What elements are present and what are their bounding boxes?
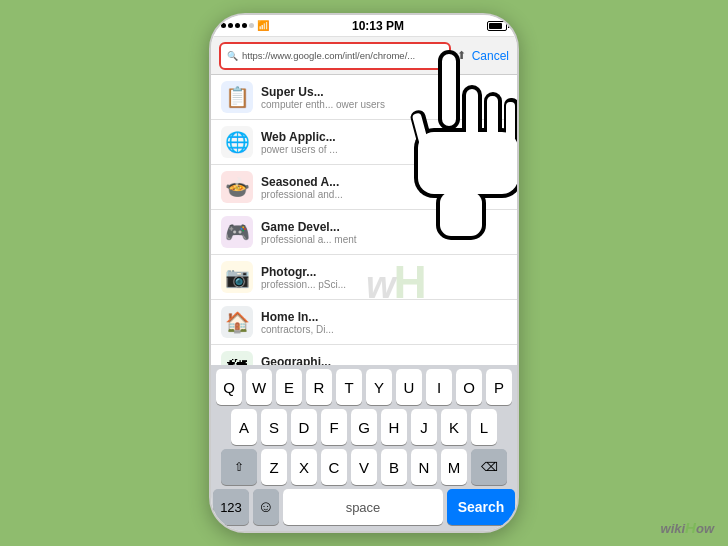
key-V[interactable]: V [351, 449, 377, 485]
key-H[interactable]: H [381, 409, 407, 445]
key-F[interactable]: F [321, 409, 347, 445]
key-X[interactable]: X [291, 449, 317, 485]
key-P[interactable]: P [486, 369, 512, 405]
num-key[interactable]: 123 [213, 489, 249, 525]
key-M[interactable]: M [441, 449, 467, 485]
signal-dots [221, 23, 254, 28]
key-B[interactable]: B [381, 449, 407, 485]
battery-fill [489, 23, 502, 29]
list-item[interactable]: 📋 Super Us... computer enth... ower user… [211, 75, 517, 120]
key-G[interactable]: G [351, 409, 377, 445]
item-text-3: Seasoned A... professional and... [261, 175, 507, 200]
wiki-text: wiki [661, 521, 686, 536]
search-button[interactable]: Search [447, 489, 515, 525]
keyboard-bottom-row: 123 ☺ space Search [213, 489, 515, 525]
key-Y[interactable]: Y [366, 369, 392, 405]
item-title-2: Web Applic... [261, 130, 507, 144]
share-icon[interactable]: ⬆ [457, 49, 466, 62]
key-A[interactable]: A [231, 409, 257, 445]
item-subtitle-3: professional and... [261, 189, 507, 200]
signal-dot-3 [235, 23, 240, 28]
item-title-6: Home In... [261, 310, 507, 324]
cancel-button[interactable]: Cancel [472, 49, 509, 63]
item-title-3: Seasoned A... [261, 175, 507, 189]
key-R[interactable]: R [306, 369, 332, 405]
list-item[interactable]: 🍲 Seasoned A... professional and... [211, 165, 517, 210]
signal-dot-1 [221, 23, 226, 28]
item-icon-5: 📷 [221, 261, 253, 293]
content-list: 📋 Super Us... computer enth... ower user… [211, 75, 517, 405]
item-icon-1: 📋 [221, 81, 253, 113]
keyboard: Q W E R T Y U I O P A S D F G H J K L ⇧ … [211, 365, 517, 531]
url-search-icon: 🔍 [227, 51, 238, 61]
keyboard-row-3: ⇧ Z X C V B N M ⌫ [213, 449, 515, 485]
list-item[interactable]: 📷 Photogr... profession... pSci... [211, 255, 517, 300]
space-key[interactable]: space [283, 489, 443, 525]
signal-dot-2 [228, 23, 233, 28]
address-bar: 🔍 https://www.google.com/intl/en/chrome/… [211, 37, 517, 75]
list-item[interactable]: 🏠 Home In... contractors, Di... [211, 300, 517, 345]
key-K[interactable]: K [441, 409, 467, 445]
url-text: https://www.google.com/intl/en/chrome/..… [242, 50, 415, 61]
key-E[interactable]: E [276, 369, 302, 405]
item-text-4: Game Devel... professional a... ment [261, 220, 507, 245]
item-text-6: Home In... contractors, Di... [261, 310, 507, 335]
battery-icon [487, 21, 507, 31]
keyboard-row-2: A S D F G H J K L [213, 409, 515, 445]
item-icon-4: 🎮 [221, 216, 253, 248]
status-time: 10:13 PM [352, 19, 404, 33]
key-U[interactable]: U [396, 369, 422, 405]
item-title-1: Super Us... [261, 85, 507, 99]
emoji-key[interactable]: ☺ [253, 489, 279, 525]
key-Q[interactable]: Q [216, 369, 242, 405]
ow-text: ow [696, 521, 714, 536]
shift-key[interactable]: ⇧ [221, 449, 257, 485]
key-J[interactable]: J [411, 409, 437, 445]
item-subtitle-2: power users of ... [261, 144, 507, 155]
status-bar: 📶 10:13 PM [211, 15, 517, 37]
list-item[interactable]: 🌐 Web Applic... power users of ... [211, 120, 517, 165]
wikihow-logo-overlay: wH [366, 255, 425, 309]
wikihow-watermark: wikiHow [661, 519, 714, 536]
key-T[interactable]: T [336, 369, 362, 405]
key-C[interactable]: C [321, 449, 347, 485]
item-icon-3: 🍲 [221, 171, 253, 203]
item-subtitle-4: professional a... ment [261, 234, 507, 245]
item-subtitle-1: computer enth... ower users [261, 99, 507, 110]
item-subtitle-6: contractors, Di... [261, 324, 507, 335]
item-icon-2: 🌐 [221, 126, 253, 158]
item-icon-6: 🏠 [221, 306, 253, 338]
key-L[interactable]: L [471, 409, 497, 445]
key-I[interactable]: I [426, 369, 452, 405]
key-O[interactable]: O [456, 369, 482, 405]
phone-container: 📶 10:13 PM 🔍 https://www.google.com/intl… [209, 13, 519, 533]
item-text-1: Super Us... computer enth... ower users [261, 85, 507, 110]
item-title-4: Game Devel... [261, 220, 507, 234]
key-D[interactable]: D [291, 409, 317, 445]
signal-dot-5 [249, 23, 254, 28]
keyboard-row-1: Q W E R T Y U I O P [213, 369, 515, 405]
signal-dot-4 [242, 23, 247, 28]
key-W[interactable]: W [246, 369, 272, 405]
how-text: H [685, 519, 696, 536]
key-S[interactable]: S [261, 409, 287, 445]
list-item[interactable]: 🎮 Game Devel... professional a... ment [211, 210, 517, 255]
key-N[interactable]: N [411, 449, 437, 485]
item-text-2: Web Applic... power users of ... [261, 130, 507, 155]
delete-key[interactable]: ⌫ [471, 449, 507, 485]
status-left: 📶 [221, 20, 269, 31]
url-input[interactable]: 🔍 https://www.google.com/intl/en/chrome/… [219, 42, 451, 70]
status-right [487, 21, 507, 31]
key-Z[interactable]: Z [261, 449, 287, 485]
wifi-icon: 📶 [257, 20, 269, 31]
